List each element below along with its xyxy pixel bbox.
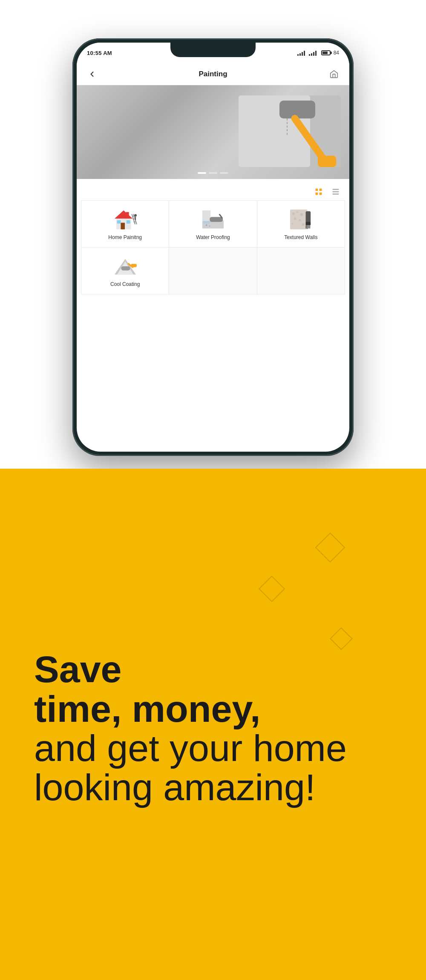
tagline-save: Save bbox=[34, 648, 122, 690]
svg-rect-16 bbox=[121, 222, 125, 229]
service-item-cool-coating[interactable]: Cool Coating bbox=[81, 248, 169, 294]
home-icon bbox=[329, 69, 339, 79]
nav-bar: Painting bbox=[77, 63, 349, 85]
bottom-section: Save time, money, and get your home look… bbox=[0, 469, 426, 980]
textured-walls-icon bbox=[288, 208, 314, 231]
service-item-water-proofing[interactable]: Water Proofing bbox=[169, 201, 257, 248]
notch bbox=[170, 43, 256, 57]
svg-point-35 bbox=[296, 211, 299, 213]
tagline: Save time, money, and get your home look… bbox=[34, 650, 392, 807]
svg-rect-18 bbox=[127, 220, 130, 223]
back-arrow-icon bbox=[88, 70, 96, 78]
diamond-decoration-2 bbox=[259, 576, 285, 602]
signal-bars-1 bbox=[297, 50, 305, 56]
dot-3 bbox=[220, 172, 228, 174]
svg-rect-28 bbox=[210, 217, 223, 222]
svg-rect-11 bbox=[333, 191, 339, 193]
tagline-time-money: time, money, bbox=[34, 688, 260, 730]
tagline-line2: time, money, bbox=[34, 689, 392, 729]
home-painting-label: Home Painitng bbox=[108, 234, 142, 240]
svg-rect-4 bbox=[318, 156, 336, 167]
svg-rect-17 bbox=[117, 220, 121, 223]
page-title: Painting bbox=[199, 70, 227, 78]
list-icon bbox=[331, 187, 340, 196]
dot-2 bbox=[209, 172, 217, 174]
svg-rect-42 bbox=[306, 222, 311, 225]
carousel-dots bbox=[198, 172, 228, 174]
svg-rect-7 bbox=[320, 189, 322, 191]
cool-coating-svg bbox=[113, 255, 138, 278]
grid-view-button[interactable] bbox=[312, 186, 325, 198]
svg-rect-33 bbox=[290, 209, 308, 229]
cool-coating-label: Cool Coating bbox=[110, 281, 140, 287]
water-proofing-svg bbox=[201, 208, 225, 231]
svg-rect-9 bbox=[320, 193, 322, 195]
water-proofing-icon bbox=[200, 208, 226, 231]
tagline-line3-text: and get your home bbox=[34, 727, 347, 769]
tagline-line1: Save bbox=[34, 650, 392, 689]
back-button[interactable] bbox=[85, 67, 99, 81]
diamond-decoration-1 bbox=[315, 533, 345, 563]
phone-frame: 10:55 AM bbox=[72, 38, 354, 456]
svg-point-32 bbox=[209, 225, 210, 226]
svg-rect-30 bbox=[203, 221, 210, 223]
battery-icon bbox=[321, 50, 331, 55]
phone-inner: 10:55 AM bbox=[77, 43, 349, 452]
svg-rect-41 bbox=[306, 211, 311, 222]
svg-rect-8 bbox=[316, 193, 318, 195]
textured-walls-svg bbox=[288, 208, 313, 231]
hero-banner bbox=[77, 85, 349, 179]
service-item-home-painting[interactable]: Home Painitng bbox=[81, 201, 169, 248]
home-button[interactable] bbox=[327, 67, 341, 81]
svg-rect-10 bbox=[333, 189, 339, 190]
dot-1 bbox=[198, 172, 206, 174]
svg-rect-51 bbox=[131, 264, 137, 267]
svg-point-40 bbox=[302, 223, 305, 225]
top-section: 10:55 AM bbox=[0, 0, 426, 469]
content-area: Home Painitng bbox=[77, 179, 349, 299]
view-toggle bbox=[77, 183, 349, 200]
svg-rect-2 bbox=[279, 101, 315, 118]
cool-coating-icon bbox=[112, 254, 138, 278]
services-grid: Home Painitng bbox=[81, 200, 345, 294]
tagline-line4: looking amazing! bbox=[34, 768, 392, 807]
signal-bars-2 bbox=[309, 50, 317, 56]
svg-marker-14 bbox=[115, 210, 132, 218]
svg-point-39 bbox=[292, 222, 294, 224]
empty-cell-1 bbox=[169, 248, 257, 294]
tagline-line3: and get your home bbox=[34, 729, 392, 768]
battery-fill bbox=[322, 52, 328, 54]
list-view-button[interactable] bbox=[329, 186, 343, 198]
tagline-line4-text: looking amazing! bbox=[34, 766, 315, 808]
svg-rect-27 bbox=[202, 210, 210, 221]
status-icons: 84 bbox=[297, 50, 339, 56]
svg-rect-6 bbox=[316, 189, 318, 191]
status-time: 10:55 AM bbox=[87, 50, 112, 56]
svg-point-31 bbox=[206, 224, 207, 226]
svg-rect-15 bbox=[126, 212, 129, 217]
svg-rect-12 bbox=[333, 193, 339, 195]
battery-percent: 84 bbox=[334, 50, 339, 56]
home-painting-icon bbox=[112, 208, 138, 231]
water-proofing-label: Water Proofing bbox=[196, 234, 230, 240]
diamond-decoration-3 bbox=[330, 627, 353, 650]
svg-point-37 bbox=[294, 217, 296, 220]
grid-icon bbox=[314, 187, 323, 196]
svg-rect-49 bbox=[121, 266, 130, 271]
svg-point-38 bbox=[299, 219, 301, 221]
svg-point-36 bbox=[300, 213, 303, 216]
empty-cell-2 bbox=[257, 248, 345, 294]
service-item-textured-walls[interactable]: Textured Walls bbox=[257, 201, 345, 248]
house-painting-svg bbox=[113, 208, 138, 231]
svg-point-24 bbox=[134, 214, 137, 216]
paint-roller-illustration bbox=[239, 94, 341, 179]
textured-walls-label: Textured Walls bbox=[284, 234, 317, 240]
svg-point-34 bbox=[292, 212, 295, 215]
